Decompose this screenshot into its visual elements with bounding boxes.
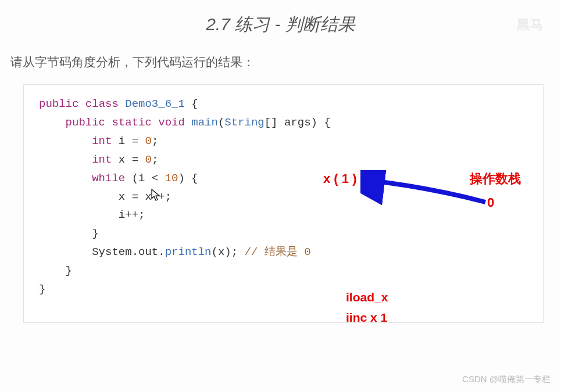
annot-opstack: 操作数栈 [470, 170, 521, 188]
watermark: CSDN @喵俺第一专栏 [462, 374, 551, 385]
assign-line: x = x++; [119, 190, 171, 203]
lit-0-2: 0 [145, 153, 151, 166]
var-i: i [119, 135, 125, 148]
corner-watermark: 黑马 [517, 16, 544, 34]
type-string: String [224, 116, 264, 129]
page-title: 2.7 练习 - 判断结果 [0, 0, 561, 37]
class-name: Demo3_6_1 [125, 98, 185, 110]
prompt-text: 请从字节码角度分析，下列代码运行的结果： [0, 37, 561, 70]
println: println [165, 246, 212, 258]
annot-zero: 0 [487, 195, 494, 210]
kw-public-2: public [66, 116, 105, 129]
kw-public: public [39, 98, 78, 110]
kw-void: void [158, 116, 185, 129]
inc-line: i++; [119, 208, 145, 221]
kw-class: class [85, 98, 119, 110]
code-block: public class Demo3_6_1 { public static v… [39, 95, 528, 299]
sys: System. [92, 246, 138, 258]
var-x: x [119, 153, 125, 166]
lit-0-1: 0 [145, 135, 151, 148]
type-int-1: int [92, 135, 112, 148]
kw-while: while [92, 172, 125, 185]
fn-main: main [191, 116, 218, 129]
comment: // 结果是 0 [245, 246, 311, 258]
code-container: public class Demo3_6_1 { public static v… [23, 84, 544, 323]
annot-iinc: iinc x 1 [346, 311, 387, 325]
out: out [138, 246, 158, 258]
type-int-2: int [92, 153, 112, 166]
kw-static: static [112, 116, 151, 129]
annot-iload: iload_x [346, 290, 388, 304]
param-args: args [284, 116, 311, 129]
lit-10: 10 [165, 172, 178, 185]
annot-x1: x ( 1 ) [323, 171, 356, 186]
